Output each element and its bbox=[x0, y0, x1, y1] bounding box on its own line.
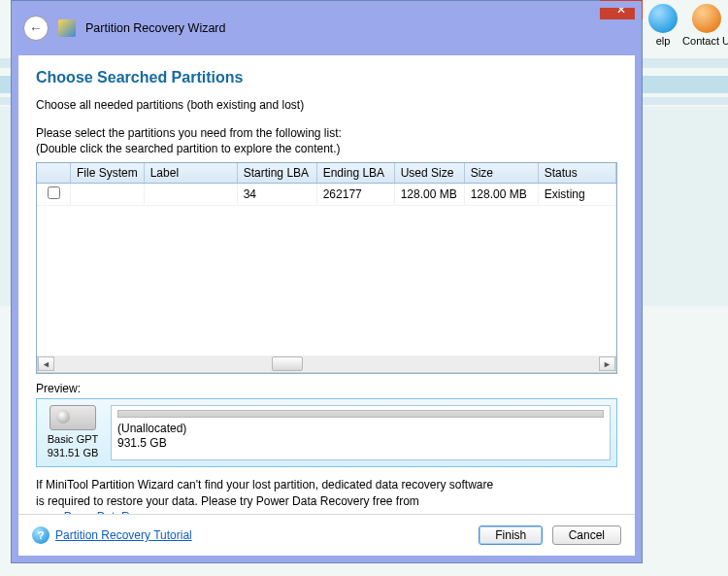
col-checkbox[interactable] bbox=[37, 163, 71, 184]
partitions-table: File System Label Starting LBA Ending LB… bbox=[37, 163, 616, 356]
cell-size: 128.00 MB bbox=[464, 184, 538, 206]
partitions-table-container: File System Label Starting LBA Ending LB… bbox=[36, 162, 617, 374]
cell-start-lba: 34 bbox=[237, 184, 316, 206]
col-label[interactable]: Label bbox=[144, 163, 237, 184]
disk-summary: Basic GPT 931.51 GB bbox=[43, 405, 103, 460]
table-header-row: File System Label Starting LBA Ending LB… bbox=[37, 163, 616, 184]
background-contact-button: Contact U bbox=[682, 4, 728, 47]
col-size[interactable]: Size bbox=[464, 163, 538, 184]
disk-type: Basic GPT bbox=[43, 433, 103, 447]
col-used-size[interactable]: Used Size bbox=[394, 163, 464, 184]
background-help-button: elp bbox=[648, 4, 678, 47]
partition-recovery-wizard-dialog: ✕ ← Partition Recovery Wizard Choose Sea… bbox=[11, 0, 643, 563]
scroll-left-arrow-icon[interactable]: ◄ bbox=[38, 356, 54, 371]
tutorial-link-group: ? Partition Recovery Tutorial bbox=[32, 526, 192, 544]
col-status[interactable]: Status bbox=[538, 163, 615, 184]
region-bar bbox=[117, 410, 604, 418]
cell-status: Existing bbox=[538, 184, 615, 206]
region-size: 931.5 GB bbox=[117, 436, 604, 451]
titlebar: ✕ ← Partition Recovery Wizard bbox=[12, 1, 642, 55]
cell-end-lba: 262177 bbox=[316, 184, 394, 206]
back-arrow-icon: ← bbox=[29, 21, 43, 35]
back-button[interactable]: ← bbox=[23, 16, 49, 41]
region-name: (Unallocated) bbox=[117, 422, 604, 436]
help-icon bbox=[648, 4, 678, 33]
row-checkbox[interactable] bbox=[48, 186, 60, 199]
cancel-button[interactable]: Cancel bbox=[552, 525, 621, 545]
table-row[interactable]: 34 262177 128.00 MB 128.00 MB Existing bbox=[37, 184, 616, 206]
disk-icon bbox=[50, 405, 96, 430]
col-filesystem[interactable]: File System bbox=[71, 163, 145, 184]
scroll-thumb[interactable] bbox=[272, 356, 303, 371]
preview-panel: Basic GPT 931.51 GB (Unallocated) 931.5 … bbox=[36, 398, 617, 467]
info-icon: ? bbox=[32, 526, 50, 544]
disk-size: 931.51 GB bbox=[43, 447, 103, 460]
dialog-footer: ? Partition Recovery Tutorial Finish Can… bbox=[18, 514, 635, 556]
close-button[interactable]: ✕ bbox=[600, 0, 643, 19]
disk-region[interactable]: (Unallocated) 931.5 GB bbox=[111, 405, 611, 460]
table-empty-area bbox=[43, 209, 610, 353]
close-icon: ✕ bbox=[616, 3, 626, 17]
col-starting-lba[interactable]: Starting LBA bbox=[237, 163, 316, 184]
cell-label bbox=[144, 184, 237, 206]
scroll-track[interactable] bbox=[54, 356, 599, 371]
app-icon bbox=[58, 19, 76, 37]
scroll-right-arrow-icon[interactable]: ► bbox=[599, 356, 615, 371]
page-subtext-1: Please select the partitions you need fr… bbox=[36, 125, 617, 141]
contact-icon bbox=[692, 4, 721, 33]
col-ending-lba[interactable]: Ending LBA bbox=[316, 163, 394, 184]
finish-button[interactable]: Finish bbox=[479, 525, 543, 545]
page-subtext-2: (Double click the searched partition to … bbox=[36, 141, 617, 156]
tutorial-link[interactable]: Partition Recovery Tutorial bbox=[55, 528, 192, 542]
cell-used: 128.00 MB bbox=[394, 184, 464, 206]
window-title: Partition Recovery Wizard bbox=[85, 21, 226, 35]
preview-label: Preview: bbox=[36, 382, 617, 395]
dialog-content: Choose Searched Partitions Choose all ne… bbox=[18, 55, 635, 556]
page-heading: Choose Searched Partitions bbox=[36, 69, 617, 86]
cell-filesystem bbox=[71, 184, 145, 206]
page-instruction: Choose all needed partitions (both exist… bbox=[36, 98, 617, 112]
horizontal-scrollbar[interactable]: ◄ ► bbox=[37, 356, 616, 373]
